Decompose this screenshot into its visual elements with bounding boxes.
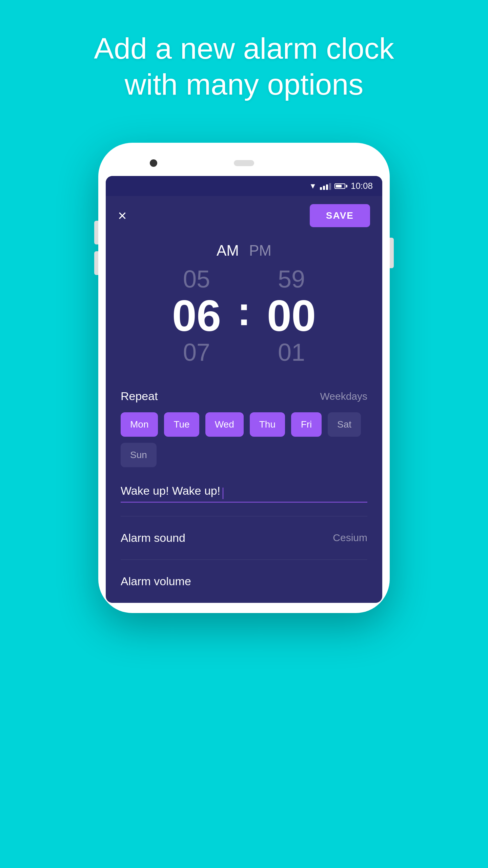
day-btn-fri[interactable]: Fri bbox=[291, 412, 322, 437]
battery-tip bbox=[346, 185, 347, 188]
days-row: MonTueWedThuFriSatSun bbox=[121, 412, 367, 467]
alarm-label-input[interactable]: Wake up! Wake up! bbox=[121, 484, 367, 502]
am-label[interactable]: AM bbox=[217, 242, 239, 259]
day-btn-thu[interactable]: Thu bbox=[250, 412, 285, 437]
repeat-row: Repeat Weekdays bbox=[121, 390, 367, 403]
phone-notch bbox=[106, 153, 382, 173]
save-button[interactable]: SAVE bbox=[310, 204, 370, 227]
day-btn-sun[interactable]: Sun bbox=[121, 443, 157, 467]
wifi-icon: ▼ bbox=[309, 182, 317, 191]
alarm-volume-row[interactable]: Alarm volume bbox=[106, 560, 382, 603]
text-cursor bbox=[223, 488, 223, 499]
phone-screen: ▼ 10:08 bbox=[106, 176, 382, 603]
battery-fill bbox=[336, 185, 342, 188]
time-picker[interactable]: AM PM 05 06 07 : 59 00 01 bbox=[106, 235, 382, 376]
alarm-sound-row[interactable]: Alarm sound Cesium bbox=[106, 516, 382, 559]
app-bar: × SAVE bbox=[106, 196, 382, 235]
repeat-label: Repeat bbox=[121, 390, 158, 403]
day-btn-tue[interactable]: Tue bbox=[164, 412, 199, 437]
header-line1: Add a new alarm clock bbox=[94, 32, 394, 65]
phone-mockup: ▼ 10:08 bbox=[98, 143, 390, 613]
vol-down-button bbox=[94, 251, 98, 275]
minute-next: 01 bbox=[278, 339, 305, 366]
close-button[interactable]: × bbox=[118, 208, 127, 223]
signal-bar-3 bbox=[326, 184, 328, 190]
alarm-label-text: Wake up! Wake up! bbox=[121, 484, 220, 497]
header-line2: with many options bbox=[125, 67, 363, 101]
day-btn-mon[interactable]: Mon bbox=[121, 412, 158, 437]
alarm-sound-value: Cesium bbox=[333, 532, 367, 544]
time-columns: 05 06 07 : 59 00 01 bbox=[106, 266, 382, 366]
power-button bbox=[390, 238, 394, 268]
page-header: Add a new alarm clock with many options bbox=[67, 31, 421, 102]
alarm-sound-label: Alarm sound bbox=[121, 531, 185, 545]
minute-current: 00 bbox=[267, 293, 316, 339]
signal-bar-1 bbox=[320, 187, 322, 190]
alarm-volume-label: Alarm volume bbox=[121, 575, 191, 588]
time-colon: : bbox=[237, 288, 251, 334]
vol-up-button bbox=[94, 221, 98, 244]
hour-column[interactable]: 05 06 07 bbox=[159, 266, 234, 366]
minute-column[interactable]: 59 00 01 bbox=[254, 266, 329, 366]
repeat-value: Weekdays bbox=[320, 391, 367, 402]
pm-label[interactable]: PM bbox=[249, 242, 271, 259]
minute-prev: 59 bbox=[278, 266, 305, 293]
repeat-section: Repeat Weekdays MonTueWedThuFriSatSun bbox=[106, 376, 382, 467]
signal-icon bbox=[320, 182, 331, 190]
earpiece-speaker bbox=[234, 160, 254, 166]
status-time: 10:08 bbox=[351, 181, 373, 191]
hour-current: 06 bbox=[172, 293, 221, 339]
day-btn-sat[interactable]: Sat bbox=[328, 412, 361, 437]
signal-bar-4 bbox=[329, 183, 331, 190]
ampm-row: AM PM bbox=[106, 242, 382, 259]
status-icons: ▼ 10:08 bbox=[309, 181, 373, 191]
battery-icon bbox=[334, 183, 347, 189]
status-bar: ▼ 10:08 bbox=[106, 176, 382, 196]
hour-next: 07 bbox=[183, 339, 210, 366]
front-camera bbox=[150, 159, 157, 167]
day-btn-wed[interactable]: Wed bbox=[205, 412, 244, 437]
alarm-label-section: Wake up! Wake up! bbox=[106, 484, 382, 516]
hour-prev: 05 bbox=[183, 266, 210, 293]
battery-body bbox=[334, 183, 345, 189]
signal-bar-2 bbox=[323, 186, 325, 190]
